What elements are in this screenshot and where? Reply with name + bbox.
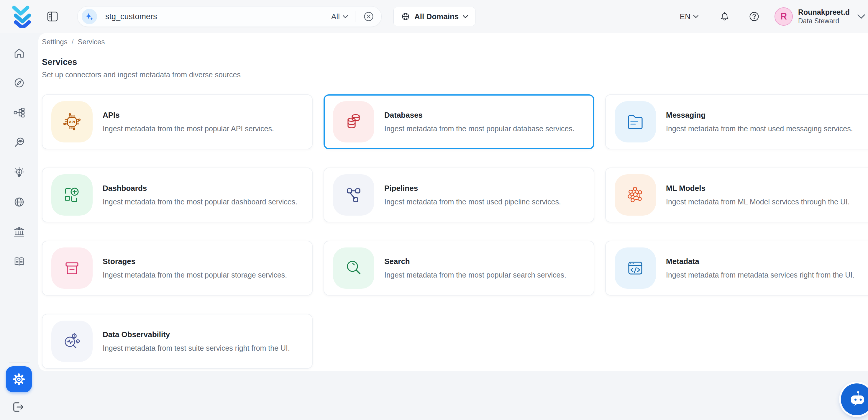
breadcrumb-services: Services bbox=[78, 38, 105, 46]
service-card-description: Ingest metadata from the most used pipel… bbox=[384, 198, 561, 206]
breadcrumb-settings[interactable]: Settings bbox=[42, 38, 67, 46]
service-card-title: Messaging bbox=[666, 111, 853, 120]
language-label: EN bbox=[680, 12, 690, 21]
divider bbox=[355, 11, 355, 22]
chevron-down-icon bbox=[693, 15, 699, 18]
ai-sparkle-icon bbox=[82, 9, 97, 24]
database-cylinders-icon bbox=[333, 101, 374, 143]
sidebar-item-learn[interactable] bbox=[0, 253, 38, 270]
service-card-title: Dashboards bbox=[103, 184, 297, 193]
service-card-description: Ingest metadata from ML Model services t… bbox=[666, 198, 850, 206]
service-card-pipelines[interactable]: Pipelines Ingest metadata from the most … bbox=[323, 168, 594, 222]
service-card-apis[interactable]: API APIs Ingest metadata from the most p… bbox=[42, 94, 313, 149]
service-card-databases[interactable]: Databases Ingest metadata from the most … bbox=[323, 94, 594, 149]
neural-network-icon bbox=[615, 174, 656, 216]
user-role: Data Steward bbox=[798, 17, 850, 25]
service-card-description: Ingest metadata from the most popular se… bbox=[384, 271, 566, 279]
service-card-description: Ingest metadata from the most popular da… bbox=[103, 198, 297, 206]
service-card-description: Ingest metadata from the most used messa… bbox=[666, 124, 853, 133]
service-card-title: ML Models bbox=[666, 184, 850, 193]
breadcrumb-separator: / bbox=[72, 38, 74, 46]
top-bar: All All Domains EN bbox=[0, 0, 868, 33]
user-menu[interactable]: R Rounakpreet.d Data Steward bbox=[775, 7, 865, 26]
node-graph-icon bbox=[333, 174, 374, 216]
sidebar-toggle-icon[interactable] bbox=[46, 10, 59, 23]
avatar: R bbox=[775, 7, 793, 26]
search-scope-dropdown[interactable]: All bbox=[331, 12, 348, 21]
open-book-icon bbox=[13, 255, 26, 268]
service-card-title: Pipelines bbox=[384, 184, 561, 193]
service-card-ml-models[interactable]: ML Models Ingest metadata from ML Model … bbox=[605, 168, 868, 222]
bank-icon bbox=[13, 225, 26, 238]
service-card-description: Ingest metadata from the most popular st… bbox=[103, 271, 287, 279]
chevron-down-icon bbox=[343, 15, 348, 18]
magnifier-eye-icon bbox=[13, 136, 26, 149]
lightbulb-icon bbox=[13, 166, 26, 179]
avatar-initial: R bbox=[780, 11, 787, 22]
left-nav-rail bbox=[0, 33, 38, 420]
service-card-data-observability[interactable]: Data Observability Ingest metadata from … bbox=[42, 314, 313, 369]
robot-icon bbox=[847, 390, 867, 409]
search-input[interactable] bbox=[105, 12, 331, 21]
sidebar-item-home[interactable] bbox=[0, 45, 38, 61]
globe-icon bbox=[401, 12, 410, 21]
service-card-search[interactable]: Search Ingest metadata from the most pop… bbox=[323, 241, 594, 296]
top-right-cluster: EN R Rounakpreet.d Data Steward bbox=[680, 7, 865, 26]
service-card-description: Ingest metadata from the most popular AP… bbox=[103, 124, 274, 133]
sidebar-item-observability[interactable] bbox=[0, 134, 38, 151]
flow-diagram-icon bbox=[13, 106, 26, 119]
service-card-title: Databases bbox=[384, 111, 575, 120]
chatbot-button[interactable] bbox=[841, 384, 868, 415]
service-card-description: Ingest metadata from test suite services… bbox=[103, 344, 290, 353]
search-scope-label: All bbox=[331, 12, 340, 21]
domains-label: All Domains bbox=[414, 12, 459, 21]
settings-button-active[interactable] bbox=[6, 366, 32, 392]
language-selector[interactable]: EN bbox=[680, 12, 699, 21]
code-window-icon bbox=[615, 247, 656, 289]
domains-dropdown[interactable]: All Domains bbox=[394, 7, 475, 26]
app-logo[interactable] bbox=[12, 5, 33, 28]
service-card-title: Metadata bbox=[666, 257, 855, 266]
compass-icon bbox=[13, 77, 26, 89]
sidebar-item-domains[interactable] bbox=[0, 194, 38, 210]
user-name: Rounakpreet.d bbox=[798, 8, 850, 17]
service-card-title: APIs bbox=[103, 111, 274, 120]
notifications-bell-icon[interactable] bbox=[718, 10, 731, 23]
services-grid: API APIs Ingest metadata from the most p… bbox=[42, 94, 868, 369]
chevron-down-icon bbox=[857, 14, 865, 19]
sidebar-item-explore[interactable] bbox=[0, 74, 38, 91]
svg-text:API: API bbox=[69, 120, 75, 124]
page-title: Services bbox=[42, 57, 868, 67]
gear-icon bbox=[11, 371, 27, 387]
service-card-metadata[interactable]: Metadata Ingest metadata from metadata s… bbox=[605, 241, 868, 296]
page-subtitle: Set up connectors and ingest metadata fr… bbox=[42, 70, 868, 79]
sidebar-item-lineage[interactable] bbox=[0, 104, 38, 121]
storage-box-icon bbox=[51, 247, 93, 289]
globe-icon bbox=[13, 196, 26, 209]
service-card-title: Data Observability bbox=[103, 330, 290, 339]
service-card-description: Ingest metadata from the most popular da… bbox=[384, 124, 575, 133]
magnifier-icon bbox=[333, 247, 374, 289]
folder-lines-icon bbox=[615, 101, 656, 143]
global-search-bar[interactable]: All bbox=[77, 6, 382, 27]
divider bbox=[9, 362, 30, 362]
service-card-dashboards[interactable]: Dashboards Ingest metadata from the most… bbox=[42, 168, 313, 222]
api-chip-icon: API bbox=[51, 101, 93, 143]
home-icon bbox=[13, 47, 26, 60]
chevron-down-icon bbox=[463, 15, 468, 18]
main-content-panel: Settings / Services Services Set up conn… bbox=[38, 33, 868, 371]
dashboard-widgets-icon bbox=[51, 174, 93, 216]
service-card-title: Storages bbox=[103, 257, 287, 266]
sidebar-item-governance[interactable] bbox=[0, 223, 38, 240]
service-card-messaging[interactable]: Messaging Ingest metadata from the most … bbox=[605, 94, 868, 149]
service-card-title: Search bbox=[384, 257, 566, 266]
service-card-description: Ingest metadata from metadata services r… bbox=[666, 271, 855, 279]
breadcrumb: Settings / Services bbox=[42, 38, 868, 46]
magnifier-gears-icon bbox=[51, 321, 93, 362]
sidebar-item-insights[interactable] bbox=[0, 164, 38, 181]
service-card-storages[interactable]: Storages Ingest metadata from the most p… bbox=[42, 241, 313, 296]
logout-icon[interactable] bbox=[11, 400, 25, 414]
help-icon[interactable] bbox=[748, 10, 761, 23]
clear-search-icon[interactable] bbox=[363, 10, 375, 23]
